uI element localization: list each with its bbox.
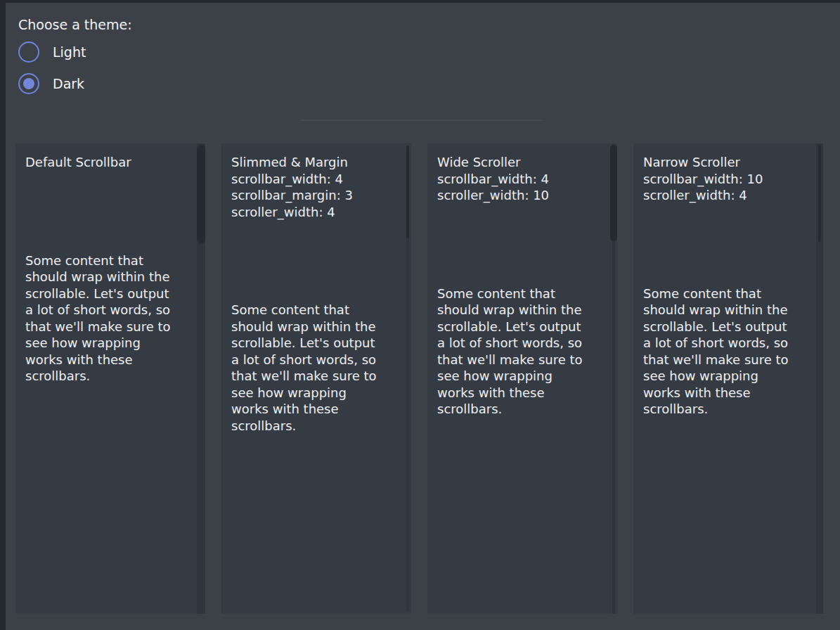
panel-body: Some content that should wrap within the… [437, 285, 607, 418]
scrollbar-thumb[interactable] [197, 145, 205, 243]
scrollbar-thumb[interactable] [406, 146, 409, 238]
scroll-panel-wide-scroller[interactable]: Wide Scroller scrollbar_width: 4 scrolle… [427, 143, 617, 614]
panel-header: Wide Scroller scrollbar_width: 4 scrolle… [437, 154, 607, 204]
panel-header: Narrow Scroller scrollbar_width: 10 scro… [643, 154, 813, 204]
panel-header: Default Scrollbar [25, 154, 195, 171]
panel-body: Some content that should wrap within the… [643, 285, 813, 418]
panel-body: Some content that should wrap within the… [231, 302, 401, 434]
scroll-panel-slimmed-margin[interactable]: Slimmed & Margin scrollbar_width: 4 scro… [221, 143, 411, 614]
radio-selected-icon[interactable] [18, 73, 39, 94]
theme-option-dark-label: Dark [53, 76, 84, 91]
theme-chooser: Choose a theme: Light Dark [18, 15, 132, 94]
scrollbar-thumb[interactable] [818, 145, 821, 242]
scroll-panel-default[interactable]: Default Scrollbar Some content that shou… [15, 143, 205, 614]
theme-chooser-title: Choose a theme: [18, 15, 132, 34]
radio-dot-icon [23, 78, 34, 89]
theme-option-dark[interactable]: Dark [18, 73, 132, 94]
scroll-panel-narrow-scroller[interactable]: Narrow Scroller scrollbar_width: 10 scro… [633, 143, 823, 614]
scrollbar-thumb[interactable] [610, 145, 617, 241]
panel-header: Slimmed & Margin scrollbar_width: 4 scro… [231, 154, 401, 220]
divider [300, 120, 543, 121]
panel-body: Some content that should wrap within the… [25, 252, 195, 385]
app-window: Choose a theme: Light Dark Default Scrol… [0, 0, 840, 630]
theme-option-light-label: Light [53, 44, 86, 60]
theme-option-light[interactable]: Light [18, 41, 132, 63]
radio-unselected-icon[interactable] [18, 41, 39, 63]
panels-row: Default Scrollbar Some content that shou… [15, 143, 823, 614]
